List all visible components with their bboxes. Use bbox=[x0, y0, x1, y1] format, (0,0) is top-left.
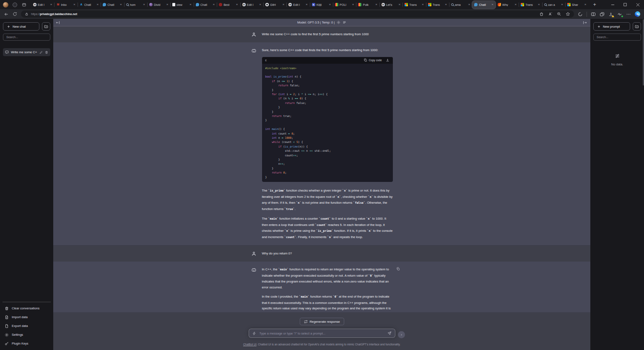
browser-tab[interactable]: Chatl× bbox=[101, 0, 124, 9]
tab-close-icon[interactable]: × bbox=[259, 3, 261, 6]
zoom-out-icon[interactable] bbox=[557, 12, 561, 16]
chat-footer: ChatBot UI. Chatbot UI is an advanced ch… bbox=[53, 343, 590, 346]
copy-message-button[interactable] bbox=[396, 267, 400, 271]
tab-close-icon[interactable]: × bbox=[422, 3, 424, 6]
tab-close-icon[interactable]: × bbox=[491, 3, 493, 6]
tab-close-icon[interactable]: × bbox=[584, 3, 587, 6]
copilot-icon[interactable]: b bbox=[635, 11, 640, 17]
browser-tab[interactable]: WLet's× bbox=[379, 0, 402, 9]
refresh-button[interactable] bbox=[13, 12, 17, 16]
clear-conversations-button[interactable]: Clear conversations bbox=[3, 304, 50, 313]
conversation-search-input[interactable] bbox=[3, 34, 50, 41]
browser-tab[interactable]: Trans× bbox=[519, 0, 542, 9]
rename-conversation-button[interactable] bbox=[39, 51, 43, 54]
split-screen-icon[interactable] bbox=[591, 12, 596, 17]
tab-close-icon[interactable]: × bbox=[97, 3, 99, 6]
workspaces-icon[interactable] bbox=[13, 3, 17, 7]
browser-tab[interactable]: WEdit I× bbox=[240, 0, 263, 9]
browser-tab[interactable]: Trans× bbox=[426, 0, 449, 9]
new-prompt-folder-button[interactable] bbox=[633, 22, 641, 31]
scroll-to-bottom-button[interactable] bbox=[398, 331, 405, 338]
lock-icon[interactable] bbox=[25, 12, 29, 16]
browser-tab[interactable]: ama× bbox=[449, 0, 472, 9]
close-window-button[interactable] bbox=[631, 0, 644, 9]
message-input[interactable] bbox=[259, 331, 385, 336]
browser-titlebar: WEdit I×MInbo×AChatl×Chatl×hom×Divid×vie… bbox=[0, 0, 644, 9]
maximize-button[interactable] bbox=[619, 0, 631, 9]
download-code-button[interactable] bbox=[386, 58, 390, 62]
send-message-button[interactable] bbox=[387, 331, 392, 335]
tab-close-icon[interactable]: × bbox=[120, 3, 122, 6]
shopping-icon[interactable] bbox=[539, 12, 544, 16]
model-settings-gear-icon[interactable] bbox=[337, 21, 340, 24]
browser-tab[interactable]: GitH× bbox=[263, 0, 286, 9]
browser-tab[interactable]: MInbo× bbox=[54, 0, 77, 9]
export-data-button[interactable]: Export data bbox=[3, 321, 50, 330]
minimize-button[interactable] bbox=[606, 0, 619, 9]
browser-tab[interactable]: Polk× bbox=[356, 0, 379, 9]
regenerate-response-button[interactable]: Regenerate response bbox=[299, 318, 344, 325]
settings-menu-icon[interactable] bbox=[626, 12, 631, 17]
tab-close-icon[interactable]: × bbox=[329, 3, 331, 6]
browser-tab[interactable]: POLI× bbox=[333, 0, 356, 9]
chatbot-ui-link[interactable]: ChatBot UI bbox=[243, 343, 257, 346]
tab-close-icon[interactable]: × bbox=[515, 3, 517, 6]
browser-tab[interactable]: Chatl× bbox=[194, 0, 217, 9]
conversation-item[interactable]: Write me some C++ c... bbox=[3, 48, 50, 56]
tab-close-icon[interactable]: × bbox=[73, 3, 75, 6]
browser-tab[interactable]: can a× bbox=[542, 0, 565, 9]
tab-close-icon[interactable]: × bbox=[352, 3, 354, 6]
tab-close-icon[interactable]: × bbox=[375, 3, 377, 6]
back-button[interactable] bbox=[4, 12, 9, 17]
collections-icon[interactable] bbox=[600, 12, 605, 17]
expand-right-sidebar-button[interactable] bbox=[583, 21, 587, 25]
browser-tab[interactable]: Shar× bbox=[565, 0, 588, 9]
settings-button[interactable]: Settings bbox=[3, 330, 50, 339]
browser-tab[interactable]: WEdit I× bbox=[31, 0, 54, 9]
new-folder-button[interactable] bbox=[42, 22, 50, 31]
favorite-star-icon[interactable] bbox=[566, 12, 570, 16]
downloads-icon[interactable] bbox=[608, 12, 613, 17]
read-aloud-icon[interactable] bbox=[548, 12, 553, 16]
tab-actions-icon[interactable] bbox=[22, 3, 26, 7]
copy-code-button[interactable]: Copy code bbox=[364, 58, 382, 62]
tab-close-icon[interactable]: × bbox=[561, 3, 563, 6]
browser-tab[interactable]: hom× bbox=[124, 0, 147, 9]
tab-close-icon[interactable]: × bbox=[306, 3, 308, 6]
tab-close-icon[interactable]: × bbox=[538, 3, 540, 6]
tab-close-icon[interactable]: × bbox=[213, 3, 215, 6]
browser-window: WEdit I×MInbo×AChatl×Chatl×hom×Divid×vie… bbox=[0, 0, 644, 350]
prompt-search-input[interactable] bbox=[593, 34, 641, 41]
tab-close-icon[interactable]: × bbox=[166, 3, 169, 6]
delete-conversation-button[interactable] bbox=[45, 51, 48, 54]
browser-tab-active[interactable]: Chatl× bbox=[472, 1, 495, 9]
tab-close-icon[interactable]: × bbox=[468, 3, 470, 6]
tab-close-icon[interactable]: × bbox=[50, 3, 52, 6]
rewards-icon[interactable] bbox=[578, 12, 583, 17]
browser-tab[interactable]: Trans× bbox=[402, 0, 426, 9]
new-prompt-button[interactable]: New prompt bbox=[593, 22, 630, 31]
tab-close-icon[interactable]: × bbox=[190, 3, 192, 6]
address-bar[interactable]: https://privategpt.baldacchino.net bbox=[21, 10, 574, 18]
prompt-bolt-icon[interactable] bbox=[252, 332, 256, 335]
tab-close-icon[interactable]: × bbox=[236, 3, 238, 6]
browser-profile-avatar[interactable] bbox=[3, 2, 8, 8]
browser-tab[interactable]: Best× bbox=[217, 0, 240, 9]
import-data-button[interactable]: Import data bbox=[3, 313, 50, 321]
browser-tab[interactable]: kKijiji× bbox=[310, 0, 333, 9]
browser-essentials-icon[interactable] bbox=[617, 12, 622, 17]
new-chat-button[interactable]: New chat bbox=[3, 22, 39, 31]
tab-close-icon[interactable]: × bbox=[283, 3, 285, 6]
tab-close-icon[interactable]: × bbox=[399, 3, 401, 6]
browser-tab[interactable]: Why× bbox=[496, 0, 519, 9]
new-tab-button[interactable]: + bbox=[590, 0, 599, 9]
browser-tab[interactable]: view× bbox=[170, 0, 193, 9]
tab-close-icon[interactable]: × bbox=[143, 3, 145, 6]
prompt-list-icon[interactable] bbox=[343, 21, 346, 24]
browser-tab[interactable]: AChatl× bbox=[78, 0, 101, 9]
browser-tab[interactable]: Divid× bbox=[147, 0, 170, 9]
browser-tab[interactable]: WEdit I× bbox=[286, 0, 309, 9]
plugin-keys-button[interactable]: Plugin Keys bbox=[3, 339, 50, 348]
tab-close-icon[interactable]: × bbox=[445, 3, 447, 6]
collapse-left-sidebar-button[interactable] bbox=[56, 21, 60, 25]
